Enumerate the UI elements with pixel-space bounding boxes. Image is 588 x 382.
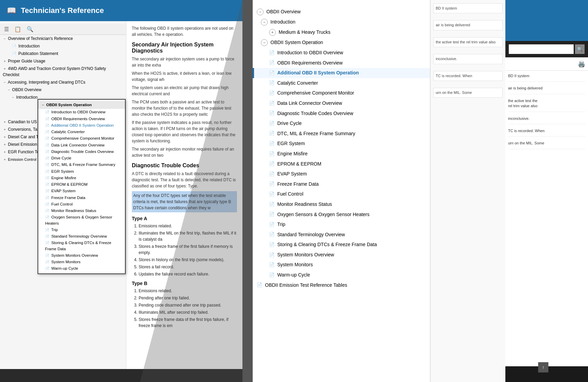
nav-trip[interactable]: 📄 Trip: [38, 227, 125, 233]
nav-label: DTC, MIL & Freeze Frame Summary: [51, 162, 115, 167]
doc-icon: 📄: [257, 282, 262, 288]
snippet-5: TC is recorded. When: [433, 71, 503, 81]
search-input[interactable]: [509, 44, 574, 54]
doc-icon: 📄: [269, 191, 275, 197]
nav-system-monitors-overview[interactable]: 📄 System Monitors Overview: [38, 252, 125, 259]
tree-requirements[interactable]: 📄 OBDII Requirements Overview: [253, 58, 430, 68]
nav-eprom[interactable]: 📄 EPROM & EEPROM: [38, 181, 125, 188]
tree-standard-terminology[interactable]: 📄 Standard Terminology Overview: [253, 230, 430, 240]
tree-fuel-control[interactable]: 📄 Fuel Control: [253, 189, 430, 199]
tree-obdii-overview[interactable]: − OBDII Overview: [253, 7, 430, 17]
nav-egr[interactable]: 📄 EGR System: [38, 168, 125, 175]
nav-storing-clearing[interactable]: 📄 Storing & Clearing DTCs & Freeze Frame…: [38, 240, 125, 252]
tree-system-monitors-overview[interactable]: 📄 System Monitors Overview: [253, 250, 430, 260]
tree-eprom[interactable]: 📄 EPROM & EEPROM: [253, 159, 430, 169]
nav-ccm[interactable]: 📄 Comprehensive Component Monitor: [38, 135, 125, 142]
nav-fuel-control[interactable]: 📄 Fuel Control: [38, 201, 125, 208]
nav-monitor-readiness[interactable]: 📄 Monitor Readiness Status: [38, 208, 125, 214]
obdii-system-operation-header[interactable]: − OBDII System Operation: [38, 101, 125, 109]
nav-evap[interactable]: 📄 EVAP System: [38, 188, 125, 194]
tree-label: OBDII Overview: [266, 9, 426, 15]
collapse-btn[interactable]: −: [257, 9, 264, 15]
tree-label: Drive Cycle: [277, 120, 426, 127]
doc-icon: 📄: [269, 70, 275, 76]
nav-label: EGR System: [51, 169, 74, 173]
type-b-list: Emissions related. Pending after one tri…: [139, 288, 237, 329]
type-b-item: Stores freeze frame data of the first tr…: [139, 316, 237, 329]
nav-dlc[interactable]: 📄 Data Link Connector Overview: [38, 142, 125, 148]
nav-accessing[interactable]: − Accessing, Interpreting and Clearing D…: [0, 79, 126, 86]
right-nav-panel[interactable]: − OBDII Overview − Introduction + Medium…: [253, 0, 430, 382]
tree-oxygen-sensors[interactable]: 📄 Oxygen Sensors & Oxygen Sensor Heaters: [253, 210, 430, 220]
nav-obdii-overview[interactable]: − OBDII Overview: [0, 86, 126, 94]
snippet-text: urn on the MIL. Some: [436, 90, 472, 95]
tree-monitor-readiness[interactable]: 📄 Monitor Readiness Status: [253, 199, 430, 210]
tree-label: EPROM & EEPROM: [277, 161, 426, 168]
tree-ccm[interactable]: 📄 Comprehensive Component Monitor: [253, 88, 430, 98]
nav-engine-misfire[interactable]: 📄 Engine Misfire: [38, 175, 125, 181]
collapse-btn[interactable]: −: [261, 39, 268, 46]
tree-dlc[interactable]: 📄 Data Link Connector Overview: [253, 98, 430, 109]
far-right-snippet-4: inconclusive.: [508, 116, 585, 124]
tree-trip[interactable]: 📄 Trip: [253, 220, 430, 230]
scroll-up-button[interactable]: ↑: [538, 362, 548, 372]
nav-introduction[interactable]: 📄 Introduction: [0, 42, 126, 50]
nav-standard-terminology[interactable]: 📄 Standard Terminology Overview: [38, 233, 125, 240]
search-icon[interactable]: 🔍: [27, 26, 33, 32]
collapse-btn[interactable]: −: [261, 19, 268, 26]
print-icon[interactable]: 🖨️: [578, 60, 585, 68]
doc-icon: 📄: [45, 202, 49, 207]
tree-additional-obd[interactable]: 📄 Additional OBD II System Operation: [253, 68, 430, 78]
snippet-text: inconclusive.: [436, 57, 457, 61]
tree-introduction[interactable]: − Introduction: [253, 17, 430, 27]
tree-warmup-cycle[interactable]: 📄 Warm-up Cycle: [253, 270, 430, 280]
tree-dtc-mil[interactable]: 📄 DTC, MIL & Freeze Frame Summary: [253, 129, 430, 139]
toggle-icon: +: [3, 135, 7, 140]
doc-icon: 📄: [269, 80, 275, 86]
nav-requirements[interactable]: 📄 OBDII Requirements Overview: [38, 116, 125, 122]
expand-btn[interactable]: +: [269, 29, 276, 36]
tree-evap[interactable]: 📄 EVAP System: [253, 169, 430, 179]
doc-icon: 📄: [45, 215, 49, 220]
toc-icon[interactable]: 📋: [14, 26, 21, 32]
left-navigation[interactable]: ☰ 📋 🔍 − Overview of Technician's Referen…: [0, 21, 126, 369]
nav-warmup-cycle[interactable]: 📄 Warm-up Cycle: [38, 265, 125, 272]
nav-publication[interactable]: 📄 Publication Statement: [0, 50, 126, 57]
tree-medium-heavy[interactable]: + Medium & Heavy Trucks: [253, 27, 430, 38]
nav-label: Catalytic Converter: [51, 130, 85, 134]
main-content: The following OBD II system operations a…: [126, 21, 242, 369]
nav-freeze-frame[interactable]: 📄 Freeze Frame Data: [38, 195, 125, 201]
tree-label: EVAP System: [277, 171, 426, 178]
nav-drive-cycle[interactable]: 📄 Drive Cycle: [38, 155, 125, 161]
nav-4wd[interactable]: + 4WD AWD and Traction Control System DY…: [0, 65, 126, 79]
nav-dtc-overview[interactable]: 📄 Diagnostic Trouble Codes Overview: [38, 148, 125, 155]
tree-system-monitors[interactable]: 📄 System Monitors: [253, 260, 430, 270]
dtc-intro: A DTC is directly related to a fault dis…: [132, 171, 237, 189]
air-injection-p4: The PCM uses both a passive and an activ…: [132, 99, 237, 117]
tree-egr[interactable]: 📄 EGR System: [253, 139, 430, 149]
nav-system-monitors[interactable]: 📄 System Monitors: [38, 259, 125, 265]
tree-drive-cycle[interactable]: 📄 Drive Cycle: [253, 118, 430, 129]
search-button[interactable]: 🔍: [575, 44, 585, 54]
tree-engine-misfire[interactable]: 📄 Engine Misfire: [253, 149, 430, 159]
tree-dtc-overview[interactable]: 📄 Diagnostic Trouble Codes Overview: [253, 109, 430, 119]
nav-catalytic[interactable]: 📄 Catalytic Converter: [38, 129, 125, 135]
tree-emission-ref[interactable]: 📄 OBDII Emission Test Reference Tables: [253, 280, 430, 291]
list-icon[interactable]: ☰: [4, 26, 9, 32]
tree-storing-clearing[interactable]: 📄 Storing & Clearing DTCs & Freeze Frame…: [253, 240, 430, 250]
nav-intro-obdii[interactable]: 📄 Introduction to OBDII Overview: [38, 109, 125, 115]
nav-proper-guide[interactable]: + Proper Guide Usage: [0, 57, 126, 65]
snippet-1: BD II system: [433, 3, 503, 13]
tree-intro-obdii[interactable]: 📄 Introduction to OBDII Overview: [253, 48, 430, 58]
nav-additional-obd[interactable]: 📄 Additional OBD II System Operation: [38, 122, 125, 129]
doc-icon: 📄: [269, 201, 275, 208]
tree-catalytic[interactable]: 📄 Catalytic Converter: [253, 78, 430, 88]
nav-label: Oxygen Sensors & Oxygen Sensor Heaters: [45, 215, 112, 225]
nav-oxygen-sensors[interactable]: 📄 Oxygen Sensors & Oxygen Sensor Heaters: [38, 214, 125, 227]
tree-freeze-frame[interactable]: 📄 Freeze Frame Data: [253, 179, 430, 189]
toggle-icon: +: [3, 66, 7, 71]
nav-dtc-mil[interactable]: 📄 DTC, MIL & Freeze Frame Summary: [38, 161, 125, 168]
toggle-icon: +: [3, 142, 7, 147]
nav-overview[interactable]: − Overview of Technician's Reference: [0, 35, 126, 42]
tree-obdii-system-op[interactable]: − OBDII System Operation: [253, 38, 430, 48]
